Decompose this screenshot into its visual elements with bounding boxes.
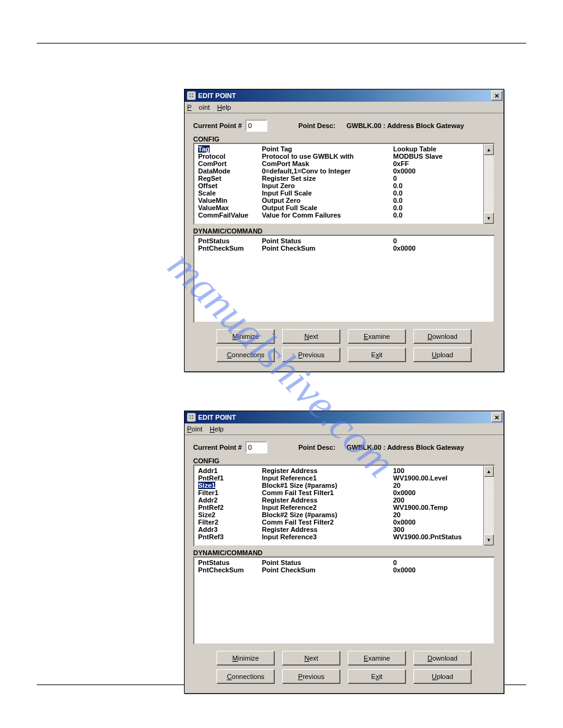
menu-point[interactable]: Point [187, 104, 210, 111]
scroll-down-icon[interactable]: ▼ [484, 213, 494, 224]
row-name[interactable]: PntRef3 [197, 533, 261, 540]
table-row[interactable]: Size2Block#2 Size (#params)20 [197, 511, 481, 518]
row-name[interactable]: RegSet [197, 175, 261, 182]
row-desc: Point Tag [261, 145, 392, 153]
table-row[interactable]: Addr2Register Address200 [197, 496, 481, 504]
config-list[interactable]: Addr1Register Address100PntRef1Input Ref… [194, 466, 483, 545]
previous-button[interactable]: Previous [282, 347, 340, 362]
table-row[interactable]: OffsetInput Zero0.0 [197, 182, 481, 189]
table-row[interactable]: PntCheckSumPoint CheckSum0x0000 [197, 566, 491, 574]
row-name[interactable]: Addr1 [197, 467, 261, 474]
row-name[interactable]: Addr2 [197, 496, 261, 504]
close-icon[interactable]: ✕ [491, 412, 502, 422]
row-name[interactable]: CommFailValue [197, 211, 261, 219]
next-button[interactable]: Next [282, 651, 340, 665]
upload-button[interactable]: Upload [413, 669, 472, 684]
row-name[interactable]: Scale [197, 189, 261, 197]
table-row[interactable]: RegSetRegister Set size0 [197, 175, 481, 182]
connections-button[interactable]: Connections [216, 347, 275, 362]
current-point-input[interactable] [245, 119, 267, 132]
dynamic-panel[interactable]: PntStatusPoint Status0PntCheckSumPoint C… [193, 556, 495, 645]
table-row[interactable]: PntRef1Input Reference1WV1900.00.Level [197, 474, 481, 482]
table-row[interactable]: Size1Block#1 Size (#params)20 [197, 482, 481, 489]
examine-button[interactable]: Examine [348, 651, 406, 665]
row-name[interactable]: Filter1 [197, 489, 261, 496]
scroll-up-icon[interactable]: ▲ [484, 466, 494, 477]
row-desc: Comm Fail Test Filter2 [261, 518, 392, 526]
download-button[interactable]: Download [413, 329, 472, 344]
config-scrollbar[interactable]: ▲ ▼ [483, 144, 494, 224]
dynamic-section-label: DYNAMIC/COMMAND [193, 549, 495, 556]
table-row[interactable]: PntRef2Input Reference2WV1900.00.Temp [197, 504, 481, 511]
table-row[interactable]: ValueMinOutput Zero0.0 [197, 197, 481, 204]
table-row[interactable]: Addr1Register Address100 [197, 467, 481, 474]
table-row[interactable]: ValueMaxOutput Full Scale0.0 [197, 204, 481, 211]
row-name[interactable]: Addr3 [197, 526, 261, 533]
row-name[interactable]: ValueMax [197, 204, 261, 211]
row-desc: ComPort Mask [261, 160, 392, 167]
point-header-row: Current Point # Point Desc: GWBLK.00 : A… [193, 441, 495, 453]
row-name[interactable]: PntRef1 [197, 474, 261, 482]
menu-help[interactable]: Help [217, 104, 231, 111]
config-panel: Addr1Register Address100PntRef1Input Ref… [193, 464, 495, 547]
minimize-button[interactable]: Minimize [216, 329, 275, 344]
upload-button[interactable]: Upload [413, 347, 472, 362]
exit-button[interactable]: Exit [348, 669, 406, 684]
row-name[interactable]: PntStatus [197, 237, 261, 245]
row-name[interactable]: PntCheckSum [197, 245, 261, 252]
table-row[interactable]: DataMode0=default,1=Conv to Integer0x000… [197, 167, 481, 175]
row-value: 0.0 [392, 189, 481, 197]
table-row[interactable]: PntStatusPoint Status0 [197, 559, 491, 566]
scroll-up-icon[interactable]: ▲ [484, 144, 494, 155]
table-row[interactable]: TagPoint TagLookup Table [197, 145, 481, 153]
titlebar[interactable]: ∷ EDIT POINT ✕ [185, 89, 504, 102]
row-name[interactable]: Size1 [197, 482, 261, 489]
download-button[interactable]: Download [413, 651, 472, 665]
row-name[interactable]: Offset [197, 182, 261, 189]
row-name[interactable]: PntStatus [197, 559, 261, 566]
current-point-input[interactable] [245, 441, 267, 453]
config-list[interactable]: TagPoint TagLookup TableProtocolProtocol… [194, 144, 483, 224]
table-row[interactable]: PntRef3Input Reference3WV1900.00.PntStat… [197, 533, 481, 540]
row-name[interactable]: Size2 [197, 511, 261, 518]
button-row: Minimize Next Examine Download Connectio… [193, 651, 495, 684]
row-name[interactable]: ValueMin [197, 197, 261, 204]
examine-button[interactable]: Examine [348, 329, 406, 344]
menu-point[interactable]: Point [187, 425, 202, 433]
dynamic-panel[interactable]: PntStatusPoint Status0PntCheckSumPoint C… [193, 235, 495, 323]
table-row[interactable]: Filter1Comm Fail Test Filter10x0000 [197, 489, 481, 496]
config-scrollbar[interactable]: ▲ ▼ [483, 466, 494, 545]
row-name[interactable]: Protocol [197, 153, 261, 160]
scroll-track[interactable] [484, 155, 494, 213]
menu-help[interactable]: Help [210, 425, 224, 433]
row-name[interactable]: DataMode [197, 167, 261, 175]
table-row[interactable]: Filter2Comm Fail Test Filter20x0000 [197, 518, 481, 526]
row-desc: Input Full Scale [261, 189, 392, 197]
close-icon[interactable]: ✕ [491, 91, 502, 100]
row-name[interactable]: Tag [197, 145, 261, 153]
exit-button[interactable]: Exit [348, 347, 406, 362]
table-row[interactable]: CommFailValueValue for Comm Failures0.0 [197, 211, 481, 219]
scroll-track[interactable] [484, 477, 494, 534]
connections-button[interactable]: Connections [216, 669, 275, 684]
row-desc: Output Zero [261, 197, 392, 204]
table-row[interactable]: ComPortComPort Mask0xFF [197, 160, 481, 167]
table-row[interactable]: PntStatusPoint Status0 [197, 237, 491, 245]
next-button[interactable]: Next [282, 329, 340, 344]
row-name[interactable]: PntCheckSum [197, 566, 261, 574]
table-row[interactable]: ScaleInput Full Scale0.0 [197, 189, 481, 197]
table-row[interactable]: Addr3Register Address300 [197, 526, 481, 533]
point-header-row: Current Point # Point Desc: GWBLK.00 : A… [193, 119, 495, 132]
scroll-down-icon[interactable]: ▼ [484, 534, 494, 545]
row-value: 0 [392, 559, 491, 566]
minimize-button[interactable]: Minimize [216, 651, 275, 665]
row-name[interactable]: PntRef2 [197, 504, 261, 511]
row-name[interactable]: ComPort [197, 160, 261, 167]
row-name[interactable]: Filter2 [197, 518, 261, 526]
row-desc: Block#2 Size (#params) [261, 511, 392, 518]
titlebar[interactable]: ∷ EDIT POINT ✕ [185, 411, 504, 423]
table-row[interactable]: ProtocolProtocol to use GWBLK withMODBUS… [197, 153, 481, 160]
previous-button[interactable]: Previous [282, 669, 340, 684]
table-row[interactable]: PntCheckSumPoint CheckSum0x0000 [197, 245, 491, 252]
row-value: WV1900.00.Level [392, 474, 481, 482]
